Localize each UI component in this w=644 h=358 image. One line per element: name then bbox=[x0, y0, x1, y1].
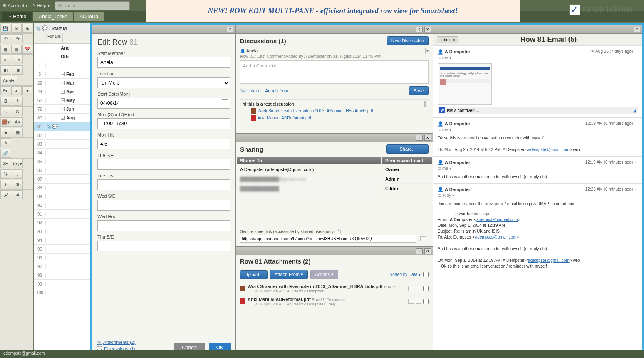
tb-percent-icon[interactable]: % bbox=[0, 169, 11, 179]
tb-italic-icon[interactable]: I bbox=[12, 97, 23, 106]
tb-fx-icon[interactable]: f(x)▾ bbox=[12, 159, 23, 168]
form-input[interactable] bbox=[97, 118, 230, 129]
tb-clear-icon[interactable]: ✖ bbox=[12, 190, 23, 199]
table-row[interactable]: 100 bbox=[34, 288, 90, 297]
table-row[interactable]: 90 bbox=[34, 201, 90, 210]
help-menu[interactable]: ? Help ▾ bbox=[33, 3, 50, 8]
tb-bold-icon[interactable]: B bbox=[0, 97, 11, 106]
table-row[interactable]: Ane bbox=[34, 44, 90, 52]
table-row[interactable]: 22+Mar bbox=[34, 79, 90, 87]
share-link-input[interactable] bbox=[240, 235, 416, 243]
attachment-item[interactable]: Work Smarter with Evernote in 2013_ASamu… bbox=[236, 282, 433, 295]
email-item[interactable]: 👤 A Dempster 12:19 AM (6 minutes ago) ☆t… bbox=[433, 117, 642, 156]
tb-cal-icon[interactable]: 📅 bbox=[22, 45, 32, 54]
table-row[interactable]: 4 bbox=[34, 61, 90, 70]
expand-toggle[interactable]: + bbox=[61, 81, 65, 85]
menu-icon[interactable] bbox=[416, 286, 421, 291]
menu-icon[interactable] bbox=[426, 48, 426, 54]
search-input[interactable] bbox=[55, 1, 130, 10]
form-select[interactable]: UniMelb bbox=[97, 77, 230, 88]
table-row[interactable]: 80-Aug bbox=[34, 114, 90, 122]
col-for-dis[interactable]: For Dis bbox=[46, 33, 63, 43]
account-menu[interactable]: ⚙ Account ▾ bbox=[2, 3, 28, 8]
table-row[interactable]: 85 bbox=[34, 157, 90, 166]
calendar-icon[interactable] bbox=[222, 99, 228, 106]
form-input[interactable] bbox=[97, 200, 230, 211]
star-icon[interactable]: ☆ bbox=[634, 187, 638, 191]
tb-undo-icon[interactable]: ↶ bbox=[0, 34, 11, 43]
table-row[interactable]: 91 bbox=[34, 210, 90, 219]
help-icon[interactable]: ? bbox=[416, 135, 423, 141]
table-row[interactable]: 92 bbox=[34, 219, 90, 227]
tb-print-icon[interactable]: 🖨 bbox=[22, 24, 32, 33]
form-input[interactable] bbox=[97, 159, 230, 170]
email-item[interactable]: 👤 A Dempster 12:19 AM (6 minutes ago) ☆t… bbox=[433, 156, 642, 183]
close-icon[interactable]: ✕ bbox=[424, 135, 431, 141]
sort-link[interactable]: Sorted by Date ▾ bbox=[390, 272, 421, 277]
form-input[interactable] bbox=[97, 179, 230, 190]
star-icon[interactable]: ☆ bbox=[634, 49, 638, 54]
table-row[interactable]: 95 bbox=[34, 245, 90, 254]
inbox-tab[interactable]: inbox x bbox=[437, 36, 458, 43]
attachment-icon[interactable] bbox=[36, 26, 41, 31]
table-row[interactable]: 84 bbox=[34, 149, 90, 157]
table-row[interactable]: 82 bbox=[34, 131, 90, 140]
tb-strike-icon[interactable]: S bbox=[12, 107, 23, 116]
upload-link[interactable]: Upload bbox=[246, 88, 261, 93]
close-icon[interactable]: ✕ bbox=[424, 27, 431, 32]
mail-icon[interactable] bbox=[420, 236, 426, 241]
form-input[interactable] bbox=[97, 220, 230, 231]
tab-home[interactable]: ⌂Home bbox=[2, 12, 32, 21]
help-icon[interactable]: ? bbox=[416, 27, 423, 32]
tab-anela-tasks[interactable]: Anela_Tasks bbox=[33, 12, 73, 21]
table-row[interactable]: 99 bbox=[34, 280, 90, 288]
star-icon[interactable]: ☆ bbox=[634, 121, 638, 126]
table-row[interactable]: 83 bbox=[34, 140, 90, 149]
tb-decinc-icon[interactable]: .00 bbox=[12, 180, 23, 189]
table-row[interactable]: 98 bbox=[34, 271, 90, 280]
tb-fill-icon[interactable]: 🟫▾ bbox=[0, 117, 11, 127]
tb-highlight-icon[interactable]: ◆ bbox=[0, 128, 11, 137]
expand-toggle[interactable]: - bbox=[61, 116, 65, 120]
tb-dec-icon[interactable]: ▼ bbox=[22, 86, 32, 95]
menu-icon[interactable] bbox=[416, 299, 421, 304]
table-row[interactable]: 72+Jun bbox=[34, 105, 90, 114]
form-input[interactable] bbox=[97, 241, 230, 251]
expand-toggle[interactable]: + bbox=[61, 98, 65, 102]
table-row[interactable]: Oth bbox=[34, 52, 90, 61]
expand-toggle[interactable]: + bbox=[61, 72, 65, 76]
table-row[interactable]: 94 bbox=[34, 236, 90, 245]
close-icon[interactable]: ✕ bbox=[227, 27, 233, 32]
tb-decdec-icon[interactable]: .0 bbox=[0, 180, 11, 189]
tb-save-icon[interactable]: 💾 bbox=[0, 24, 10, 33]
comment-input[interactable]: Add a Comment bbox=[240, 60, 429, 84]
form-input[interactable] bbox=[97, 139, 230, 149]
tb-expand-icon[interactable]: ◨ bbox=[12, 65, 23, 75]
tb-currency-icon[interactable]: $▾ bbox=[0, 159, 11, 168]
attach-from-button[interactable]: Attach From ▾ bbox=[270, 270, 308, 279]
tb-cond-icon[interactable]: ▦ bbox=[12, 128, 23, 137]
email-item[interactable]: 👤 A Dempster 👁 Aug 25 (7 days ago) ☆to m… bbox=[433, 45, 642, 117]
col-staff[interactable]: Staff M bbox=[52, 26, 67, 31]
item-checkbox[interactable] bbox=[423, 286, 429, 291]
email-preview[interactable]: Let a contrived ideology justifying barb… bbox=[438, 63, 492, 105]
close-icon[interactable]: ✕ bbox=[424, 248, 431, 254]
fontsize-select[interactable]: 8▾ bbox=[0, 86, 10, 95]
select-all-checkbox[interactable] bbox=[423, 272, 429, 277]
tb-paint-icon[interactable]: 🖌 bbox=[0, 190, 11, 199]
table-row[interactable]: 86 bbox=[34, 166, 90, 175]
new-discussion-button[interactable]: New Discussion bbox=[387, 36, 429, 45]
table-row[interactable]: 89 bbox=[34, 192, 90, 201]
table-row[interactable]: 44+Apr bbox=[34, 87, 90, 96]
date-input[interactable] bbox=[97, 98, 230, 109]
tb-format-icon[interactable]: ✎ bbox=[0, 138, 11, 147]
tb-grid-icon[interactable]: ▦ bbox=[0, 45, 10, 54]
tb-inc-icon[interactable]: ▲ bbox=[11, 86, 21, 95]
item-checkbox[interactable] bbox=[423, 299, 429, 304]
tb-redo-icon[interactable]: ↷ bbox=[12, 34, 23, 43]
chat-icon[interactable]: 💬 bbox=[42, 25, 48, 31]
share-row[interactable]: ████████████@gmail.com)Admin bbox=[237, 175, 432, 184]
file-link[interactable]: Work Smarter with Evernote in 2013_ASamu… bbox=[251, 108, 426, 114]
share-row[interactable]: ████████████Editor bbox=[237, 184, 432, 193]
table-row[interactable]: 93 bbox=[34, 227, 90, 236]
